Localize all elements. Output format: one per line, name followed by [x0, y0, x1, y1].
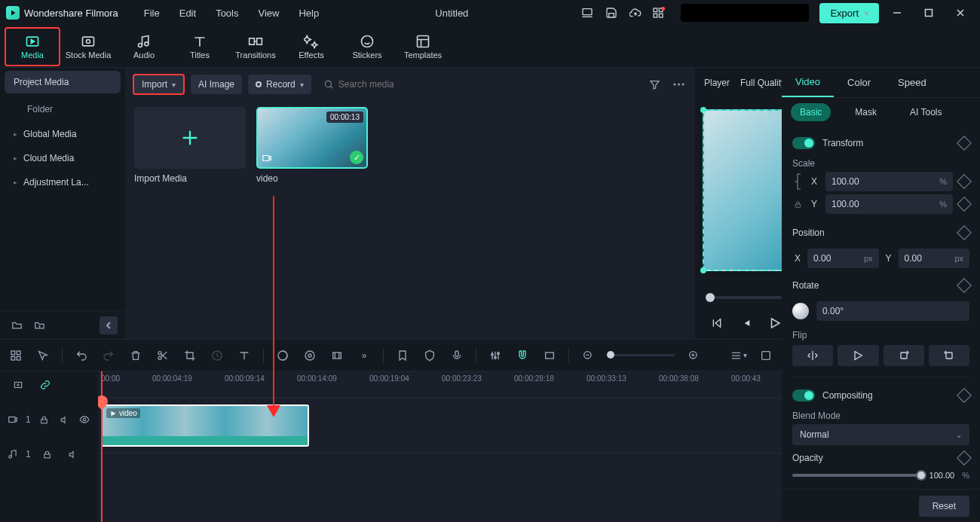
lock-icon[interactable] [792, 200, 803, 209]
sub-tab-basic[interactable]: Basic [791, 103, 831, 121]
new-folder-icon[interactable] [8, 316, 26, 334]
mixer-icon[interactable] [487, 347, 504, 364]
tab-media[interactable]: Media [5, 27, 60, 66]
track-mute-icon[interactable] [64, 445, 82, 463]
opacity-slider[interactable] [792, 474, 922, 477]
keyframe-icon[interactable] [957, 278, 972, 293]
delete-icon[interactable] [127, 347, 144, 364]
timeline-settings-icon[interactable] [758, 347, 774, 364]
track-visibility-icon[interactable] [78, 411, 90, 429]
audio-lane[interactable] [98, 453, 782, 478]
scale-x-field[interactable]: 100.00% [825, 172, 953, 191]
prop-tab-color[interactable]: Color [834, 68, 884, 97]
prev-frame-icon[interactable] [740, 317, 752, 329]
motion-icon[interactable] [302, 347, 318, 364]
device-icon[interactable] [577, 2, 598, 23]
menu-edit[interactable]: Edit [172, 5, 204, 22]
tab-audio[interactable]: Audio [116, 27, 172, 66]
sidebar-folder[interactable]: Folder [0, 96, 125, 122]
keyframe-icon[interactable] [957, 174, 972, 189]
scale-y-field[interactable]: 100.00% [825, 194, 953, 214]
sidebar-global-media[interactable]: ▸Global Media [0, 122, 125, 146]
marker-icon[interactable] [394, 347, 411, 364]
ai-image-button[interactable]: AI Image [191, 75, 242, 94]
tab-effects[interactable]: Effects [283, 27, 339, 66]
search-input[interactable] [338, 79, 633, 90]
video-clip-thumb[interactable]: 00:00:13 ✓ [256, 107, 368, 169]
sidebar-project-media[interactable]: Project Media [5, 71, 121, 93]
prop-tab-speed[interactable]: Speed [884, 68, 940, 97]
tab-stickers[interactable]: Stickers [339, 27, 395, 66]
apps-icon[interactable] [649, 2, 670, 23]
cloud-upload-icon[interactable] [625, 2, 646, 23]
record-button[interactable]: Record▾ [248, 75, 311, 94]
blend-mode-dropdown[interactable]: Normal⌄ [792, 424, 969, 445]
magnet-icon[interactable] [514, 347, 531, 364]
zoom-knob[interactable] [607, 351, 614, 359]
shield-icon[interactable] [421, 347, 438, 364]
window-maximize-button[interactable] [915, 1, 942, 25]
snap-frame-icon[interactable] [541, 347, 558, 364]
playhead[interactable] [101, 371, 103, 522]
import-button[interactable]: Import▾ [133, 74, 185, 95]
position-y-field[interactable]: 0.00px [899, 249, 970, 268]
play-icon[interactable] [768, 316, 782, 330]
redo-icon[interactable] [100, 347, 117, 364]
account-pill[interactable] [681, 4, 809, 22]
new-bin-icon[interactable] [30, 316, 48, 334]
menu-help[interactable]: Help [291, 5, 326, 22]
seek-knob[interactable] [706, 293, 715, 302]
track-display-icon[interactable]: ▾ [730, 347, 747, 364]
rotate-field[interactable]: 0.00° [816, 301, 969, 321]
color-wheel-icon[interactable] [274, 347, 291, 364]
goto-start-icon[interactable] [711, 317, 723, 329]
grid-icon[interactable] [8, 347, 24, 364]
track-mute-icon[interactable] [58, 411, 70, 429]
crop-icon[interactable] [182, 347, 198, 364]
compositing-toggle[interactable] [792, 389, 815, 401]
keyframe-icon[interactable] [957, 450, 972, 466]
track-lock-icon[interactable] [38, 411, 51, 429]
resize-handle[interactable] [700, 107, 706, 113]
cursor-icon[interactable] [35, 347, 51, 364]
rotate-cw-button[interactable] [884, 345, 924, 366]
prop-tab-video[interactable]: Video [782, 68, 834, 97]
menu-file[interactable]: File [136, 5, 167, 22]
keyframe-icon[interactable] [957, 197, 972, 212]
flip-horizontal-button[interactable] [792, 345, 833, 366]
tab-templates[interactable]: Templates [395, 27, 451, 66]
text-icon[interactable] [236, 347, 253, 364]
reset-button[interactable]: Reset [919, 496, 969, 517]
menu-view[interactable]: View [250, 5, 286, 22]
rotate-ccw-button[interactable] [929, 345, 969, 366]
sidebar-cloud-media[interactable]: ▸Cloud Media [0, 146, 125, 170]
import-media-thumb[interactable] [134, 107, 246, 169]
resize-handle[interactable] [700, 267, 706, 273]
mic-icon[interactable] [449, 347, 465, 364]
link-tracks-icon[interactable] [36, 376, 54, 394]
transform-toggle[interactable] [792, 137, 815, 149]
keyframe-icon[interactable] [957, 388, 972, 403]
timeline-tracks[interactable]: 00:00 00:00:04:19 00:00:09:14 00:00:14:0… [98, 371, 782, 522]
collapse-sidebar-icon[interactable] [100, 316, 118, 334]
window-minimize-button[interactable] [884, 1, 911, 25]
keyframe-icon[interactable] [957, 225, 972, 240]
speed-icon[interactable] [209, 347, 225, 364]
menu-tools[interactable]: Tools [208, 5, 246, 22]
save-icon[interactable] [601, 2, 622, 23]
filter-icon[interactable] [645, 75, 663, 93]
undo-icon[interactable] [73, 347, 90, 364]
slider-knob[interactable] [916, 470, 926, 481]
window-close-button[interactable] [947, 1, 974, 25]
position-x-field[interactable]: 0.00px [807, 249, 879, 268]
adjust-icon[interactable] [329, 347, 345, 364]
zoom-slider[interactable] [607, 354, 675, 356]
keyframe-icon[interactable] [957, 136, 972, 151]
tab-transitions[interactable]: Transitions [228, 27, 283, 66]
search-field[interactable] [317, 79, 639, 90]
zoom-in-icon[interactable] [685, 347, 702, 364]
export-button[interactable]: Export ▾ [819, 3, 879, 23]
rotate-knob[interactable] [792, 303, 809, 319]
time-ruler[interactable]: 00:00 00:00:04:19 00:00:09:14 00:00:14:0… [98, 371, 782, 398]
split-icon[interactable] [155, 347, 171, 364]
